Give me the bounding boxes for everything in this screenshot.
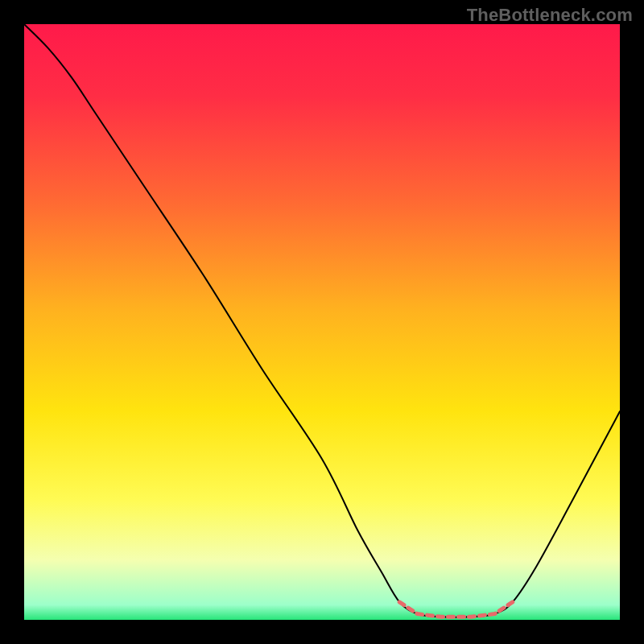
gradient-background: [24, 24, 620, 620]
chart-frame: TheBottleneck.com: [0, 0, 644, 644]
watermark-text: TheBottleneck.com: [467, 5, 633, 26]
chart-svg: [24, 24, 620, 620]
chart-canvas: [24, 24, 620, 620]
